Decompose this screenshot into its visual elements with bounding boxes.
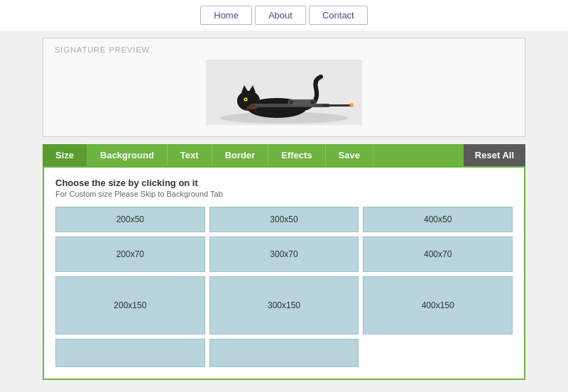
tab-effects[interactable]: Effects xyxy=(268,144,325,166)
choose-size-title: Choose the size by clicking on it xyxy=(55,178,513,188)
svg-point-7 xyxy=(245,99,246,100)
size-300x70[interactable]: 300x70 xyxy=(209,236,359,272)
signature-preview-image xyxy=(206,60,362,125)
nav-contact[interactable]: Contact xyxy=(309,6,368,25)
size-400x50[interactable]: 400x50 xyxy=(363,207,513,232)
tab-background[interactable]: Background xyxy=(87,144,168,166)
tab-border[interactable]: Border xyxy=(212,144,269,166)
size-grid-bottom xyxy=(55,339,513,367)
signature-preview-image-wrap xyxy=(55,60,513,125)
tab-size[interactable]: Size xyxy=(43,144,87,166)
size-200x150[interactable]: 200x150 xyxy=(55,276,205,334)
size-grid: 200x50 300x50 400x50 200x70 300x70 400x7… xyxy=(55,207,513,334)
tab-text[interactable]: Text xyxy=(168,144,212,166)
signature-preview-box: SIGNATURE PREVIEW xyxy=(43,38,525,137)
choose-size-subtitle: For Custom size Please Skip to Backgroun… xyxy=(55,190,513,198)
size-400x150[interactable]: 400x150 xyxy=(363,276,513,334)
size-200x50[interactable]: 200x50 xyxy=(55,207,205,232)
cat-gun-image xyxy=(206,60,362,125)
svg-point-13 xyxy=(349,103,354,107)
navigation: Home About Contact xyxy=(0,0,568,31)
size-200x70[interactable]: 200x70 xyxy=(55,236,205,272)
tab-save[interactable]: Save xyxy=(326,144,373,166)
signature-preview-label: SIGNATURE PREVIEW xyxy=(55,45,513,54)
nav-home[interactable]: Home xyxy=(200,6,252,25)
size-partial-2[interactable] xyxy=(209,339,359,367)
tabs-bar: Size Background Text Border Effects Save… xyxy=(43,144,525,166)
size-400x70[interactable]: 400x70 xyxy=(363,236,513,272)
svg-point-11 xyxy=(288,99,294,105)
tab-content: Choose the size by clicking on it For Cu… xyxy=(43,166,525,380)
svg-rect-10 xyxy=(291,99,312,106)
size-partial-1[interactable] xyxy=(55,339,205,367)
nav-about[interactable]: About xyxy=(255,6,306,25)
reset-all-button[interactable]: Reset All xyxy=(464,144,525,166)
svg-point-12 xyxy=(310,99,315,105)
size-300x150[interactable]: 300x150 xyxy=(209,276,359,334)
size-300x50[interactable]: 300x50 xyxy=(209,207,359,232)
svg-rect-9 xyxy=(322,104,351,107)
